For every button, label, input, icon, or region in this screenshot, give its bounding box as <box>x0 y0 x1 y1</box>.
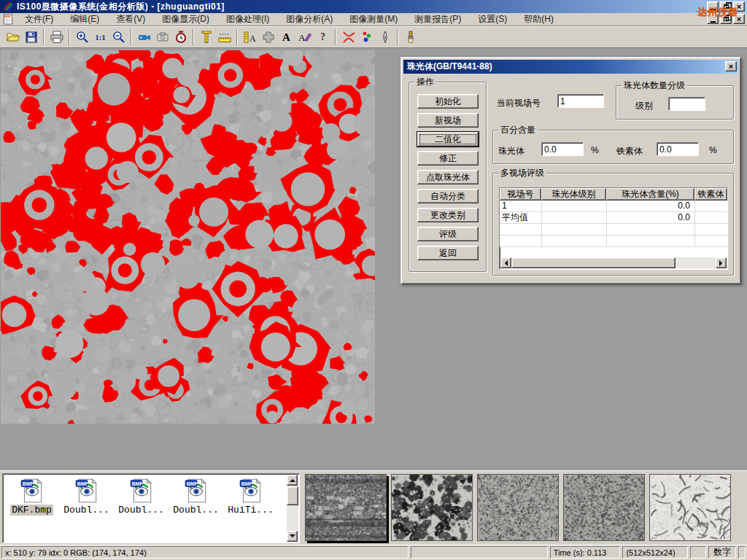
pearlite-percent-input[interactable] <box>541 142 584 156</box>
pen-tool-button[interactable] <box>376 28 394 47</box>
measure-label-button[interactable]: A <box>241 28 259 47</box>
edit-text-icon: A <box>298 30 312 44</box>
pearlite-label: 珠光体 <box>498 145 525 158</box>
table-header: 视场号 珠光体级别 珠光体含量(%) 铁素体 <box>500 188 727 201</box>
operation-button[interactable]: 二值化 <box>417 132 479 147</box>
operation-button[interactable]: 点取珠光体 <box>417 170 479 184</box>
bmp-file-icon: BMP <box>238 477 264 505</box>
file-item[interactable]: BMP HuiTi... <box>223 477 278 516</box>
time-panel: Time (s): 0.113 <box>550 546 621 559</box>
video-camera-icon <box>137 30 152 44</box>
arrow-right-icon <box>719 260 725 266</box>
ferrite-label: 铁素体 <box>616 145 643 158</box>
svg-text:A: A <box>298 32 306 43</box>
file-item[interactable]: BMP DKF.bmp <box>4 477 59 516</box>
column-header[interactable]: 铁素体 <box>694 188 727 201</box>
menu-item[interactable]: 图像显示(D) <box>157 12 214 26</box>
operation-button[interactable]: 新视场 <box>417 113 479 128</box>
open-folder-icon <box>6 30 20 44</box>
mdi-minimize-icon <box>711 21 716 23</box>
thumbnail-1[interactable] <box>305 474 387 541</box>
curve-tool-button[interactable] <box>339 28 357 47</box>
scroll-up-button[interactable] <box>287 475 298 486</box>
operation-button[interactable]: 初始化 <box>417 94 479 109</box>
print-button[interactable] <box>47 28 66 47</box>
operation-group-label: 操作 <box>414 77 436 87</box>
arrow-up-icon <box>290 476 295 482</box>
ferrite-percent-input[interactable] <box>657 142 699 156</box>
dialog-title-bar[interactable]: 珠光体(GB/T9441-88) × <box>403 60 738 74</box>
table-row[interactable]: 1 0.0 <box>500 201 727 212</box>
classify-button[interactable] <box>357 28 376 47</box>
operation-button[interactable]: 自动分类 <box>417 189 479 203</box>
status-bar: x: 510 y: 79 idx: 0 RGB: (174, 174, 174)… <box>0 545 747 560</box>
snapshot-button[interactable] <box>153 28 171 47</box>
ruler-button[interactable] <box>215 28 233 47</box>
hscroll-thumb[interactable] <box>511 257 676 268</box>
menu-item[interactable]: 图像分析(A) <box>281 12 338 26</box>
caliper-button[interactable] <box>197 28 215 47</box>
document-icon[interactable]: DOC <box>2 14 14 25</box>
toolbar-separator <box>43 29 44 45</box>
operation-button[interactable]: 返回 <box>417 246 479 260</box>
cursor-position-panel: x: 510 y: 79 idx: 0 RGB: (174, 174, 174) <box>1 546 409 559</box>
dialog-close-button[interactable]: × <box>725 61 737 71</box>
scroll-left-button[interactable] <box>500 257 511 268</box>
menu-item[interactable]: 设置(S) <box>473 12 512 26</box>
window-title: IS100显微摄像系统(金相分析版) - [zhuguangti01] <box>17 1 225 13</box>
operation-button[interactable]: 评级 <box>417 227 479 241</box>
help-button[interactable]: ? <box>314 28 332 47</box>
caliper-icon <box>199 30 214 44</box>
toolbar-separator <box>397 29 398 45</box>
toolbar-separator <box>193 29 194 45</box>
column-header[interactable]: 视场号 <box>500 188 541 201</box>
metallographic-image[interactable] <box>1 50 375 424</box>
file-name: Doubl... <box>171 505 220 516</box>
table-hscrollbar[interactable] <box>500 257 727 268</box>
letter-a-icon: A <box>282 31 290 44</box>
menu-item[interactable]: 图像测量(M) <box>344 12 403 26</box>
scroll-down-button[interactable] <box>287 531 298 542</box>
dialog-title: 珠光体(GB/T9441-88) <box>407 61 492 73</box>
operation-button[interactable]: 修正 <box>417 151 479 166</box>
brush-tool-button[interactable] <box>401 28 419 47</box>
thumbnail-5[interactable] <box>649 474 731 541</box>
level-input[interactable] <box>668 97 705 111</box>
thumbnail-3[interactable] <box>477 474 559 541</box>
current-field-input[interactable] <box>557 94 604 108</box>
actual-size-button[interactable]: 1:1 <box>91 28 109 47</box>
clock-icon <box>174 30 188 44</box>
pen-nib-icon <box>378 30 392 44</box>
menu-item[interactable]: 文件(F) <box>20 12 58 26</box>
toolbar-separator <box>131 29 132 45</box>
open-button[interactable] <box>4 28 22 47</box>
svg-text:BMP: BMP <box>22 481 34 486</box>
menu-item[interactable]: 查看(V) <box>111 12 150 26</box>
file-name: Doubl... <box>117 505 165 516</box>
menu-item[interactable]: 测量报告(P) <box>409 12 466 26</box>
annotate-button[interactable]: A <box>295 28 314 47</box>
column-header[interactable]: 珠光体含量(%) <box>606 188 694 201</box>
file-item[interactable]: BMP Doubl... <box>169 477 223 516</box>
operation-button[interactable]: 更改类别 <box>417 208 479 222</box>
timer-button[interactable] <box>171 28 190 47</box>
grid-tool-button[interactable] <box>259 28 277 47</box>
file-item[interactable]: BMP Doubl... <box>59 477 114 516</box>
zoom-in-button[interactable] <box>73 28 91 47</box>
thumbnail-4[interactable] <box>563 474 645 541</box>
menu-item[interactable]: 图像处理(I) <box>221 12 274 26</box>
video-capture-button[interactable] <box>135 28 153 47</box>
text-button[interactable]: A <box>277 28 295 47</box>
scroll-right-button[interactable] <box>716 257 727 268</box>
thumbnail-2[interactable] <box>391 474 473 541</box>
file-list-vscrollbar[interactable] <box>287 475 298 542</box>
save-button[interactable] <box>22 28 40 47</box>
menu-item[interactable]: 帮助(H) <box>519 12 559 26</box>
svg-text:BMP: BMP <box>241 481 252 486</box>
menu-item[interactable]: 编辑(E) <box>65 12 104 26</box>
vscroll-thumb[interactable] <box>287 486 298 505</box>
zoom-out-button[interactable] <box>109 28 128 47</box>
file-item[interactable]: BMP Doubl... <box>114 477 169 516</box>
table-row[interactable]: 平均值 0.0 <box>500 212 727 224</box>
column-header[interactable]: 珠光体级别 <box>541 188 606 201</box>
